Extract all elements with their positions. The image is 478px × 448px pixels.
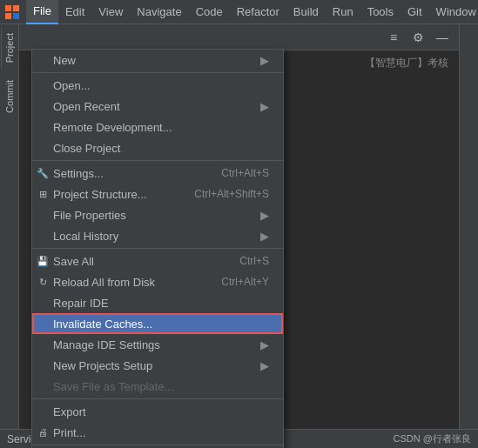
menu-navigate[interactable]: Navigate bbox=[130, 0, 188, 24]
menu-item-manage-ide[interactable]: Manage IDE Settings ▶ bbox=[32, 334, 283, 355]
menubar: File Edit View Navigate Code Refactor Bu… bbox=[0, 0, 478, 24]
toolbar-settings-icon[interactable]: ⚙ bbox=[408, 28, 428, 47]
separator-3 bbox=[32, 248, 283, 249]
structure-icon: ⊞ bbox=[36, 187, 50, 201]
menu-item-reload[interactable]: ↻ Reload All from Disk Ctrl+Alt+Y bbox=[32, 271, 283, 292]
right-sidebar bbox=[459, 24, 478, 429]
menu-item-open-recent[interactable]: Open Recent ▶ bbox=[32, 96, 283, 117]
svg-rect-2 bbox=[5, 13, 11, 19]
menu-item-export[interactable]: Export bbox=[32, 401, 283, 422]
menu-run[interactable]: Run bbox=[326, 0, 360, 24]
app-window: File Edit View Navigate Code Refactor Bu… bbox=[0, 0, 478, 448]
menu-edit[interactable]: Edit bbox=[58, 0, 91, 24]
app-logo bbox=[3, 3, 21, 21]
print-icon: 🖨 bbox=[36, 425, 50, 439]
menu-item-new-projects-setup[interactable]: New Projects Setup ▶ bbox=[32, 355, 283, 376]
left-sidebar: Project Commit bbox=[0, 24, 19, 429]
menu-item-repair-ide[interactable]: Repair IDE bbox=[32, 292, 283, 313]
menu-item-save-template: Save File as Template... bbox=[32, 376, 283, 397]
reload-icon: ↻ bbox=[36, 275, 50, 289]
toolbar-minimize-icon[interactable]: — bbox=[433, 28, 452, 47]
menu-item-open[interactable]: Open... bbox=[32, 75, 283, 96]
menu-item-invalidate-caches[interactable]: Invalidate Caches... bbox=[32, 313, 283, 334]
menu-window[interactable]: Window bbox=[429, 0, 478, 24]
menu-code[interactable]: Code bbox=[189, 0, 230, 24]
sidebar-item-commit[interactable]: Commit bbox=[2, 75, 17, 118]
menu-refactor[interactable]: Refactor bbox=[230, 0, 286, 24]
settings-icon: 🔧 bbox=[36, 166, 50, 180]
sidebar-item-project[interactable]: Project bbox=[1, 28, 17, 68]
menu-item-remote-dev[interactable]: Remote Development... bbox=[32, 117, 283, 137]
file-dropdown-menu: New ▶ Open... Open Recent ▶ Remote Devel… bbox=[31, 49, 284, 448]
svg-rect-3 bbox=[13, 13, 19, 19]
menu-git[interactable]: Git bbox=[401, 0, 429, 24]
menu-item-project-structure[interactable]: ⊞ Project Structure... Ctrl+Alt+Shift+S bbox=[32, 184, 283, 204]
content-hint: 【智慧电厂】考核 bbox=[365, 56, 448, 70]
menu-item-print[interactable]: 🖨 Print... bbox=[32, 422, 283, 443]
separator-4 bbox=[32, 398, 283, 399]
svg-rect-0 bbox=[5, 5, 11, 11]
menu-item-close-project[interactable]: Close Project bbox=[32, 137, 283, 158]
menu-item-new[interactable]: New ▶ bbox=[32, 50, 283, 70]
menu-tools[interactable]: Tools bbox=[360, 0, 401, 24]
separator-1 bbox=[32, 72, 283, 73]
menu-file[interactable]: File bbox=[26, 0, 58, 24]
separator-2 bbox=[32, 160, 283, 161]
menu-view[interactable]: View bbox=[91, 0, 130, 24]
menu-item-save-all[interactable]: 💾 Save All Ctrl+S bbox=[32, 251, 283, 271]
separator-5 bbox=[32, 445, 283, 445]
menu-build[interactable]: Build bbox=[286, 0, 326, 24]
menu-item-settings[interactable]: 🔧 Settings... Ctrl+Alt+S bbox=[32, 163, 283, 184]
save-icon: 💾 bbox=[36, 254, 50, 268]
statusbar-right-text: CSDN @行者张良 bbox=[394, 432, 471, 445]
svg-rect-1 bbox=[13, 5, 19, 11]
menu-item-local-history[interactable]: Local History ▶ bbox=[32, 225, 283, 246]
toolbar-menu-icon[interactable]: ≡ bbox=[384, 28, 403, 47]
menu-item-file-properties[interactable]: File Properties ▶ bbox=[32, 204, 283, 225]
editor-toolbar: ≡ ⚙ — bbox=[19, 24, 459, 50]
